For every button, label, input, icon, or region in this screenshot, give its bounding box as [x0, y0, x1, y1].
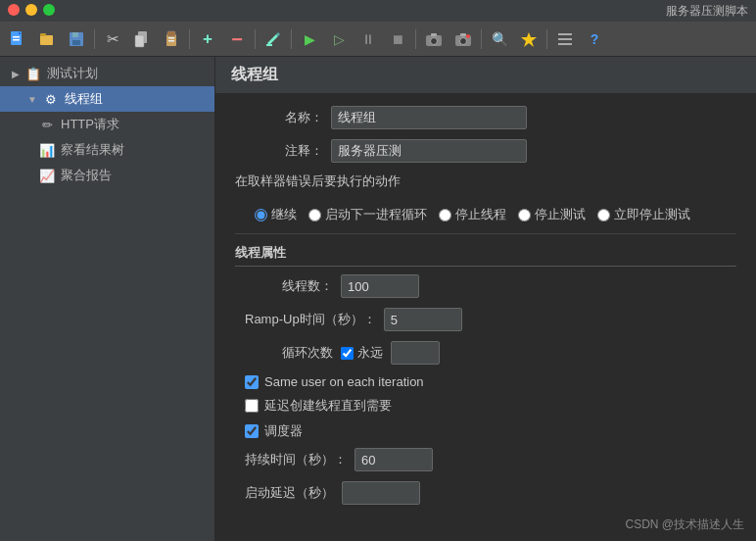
- same-user-row[interactable]: Same user on each iteration: [235, 374, 736, 389]
- search-button[interactable]: 🔍: [486, 25, 513, 53]
- sidebar-item-view-results[interactable]: 📊 察看结果树: [0, 137, 214, 163]
- duration-label: 持续时间（秒）：: [245, 451, 347, 468]
- error-action-label: 在取样器错误后要执行的动作: [235, 172, 736, 190]
- same-user-checkbox[interactable]: [245, 375, 259, 389]
- error-action-group: 继续 启动下一进程循环 停止线程 停止测试 立即停止测试: [235, 200, 736, 234]
- maximize-button[interactable]: [43, 4, 55, 16]
- svg-rect-5: [40, 33, 46, 36]
- scheduler-checkbox[interactable]: [245, 424, 259, 438]
- startup-delay-input[interactable]: [342, 481, 420, 505]
- toolbar-separator-2: [189, 29, 190, 49]
- svg-rect-15: [266, 44, 272, 46]
- sidebar-item-label: 聚合报告: [61, 167, 112, 184]
- comment-row: 注释：: [235, 139, 736, 163]
- duration-input[interactable]: [354, 448, 433, 471]
- name-label: 名称：: [235, 109, 323, 126]
- radio-start-next[interactable]: 启动下一进程循环: [308, 206, 427, 223]
- sidebar-item-aggregate-report[interactable]: 📈 聚合报告: [0, 163, 214, 188]
- list-button[interactable]: [551, 25, 579, 53]
- svg-rect-10: [135, 35, 144, 47]
- pause-button[interactable]: ⏸: [354, 25, 382, 53]
- delay-thread-row[interactable]: 延迟创建线程直到需要: [235, 397, 736, 415]
- main-area: ▶ 📋 测试计划 ▼ ⚙ 线程组 ✏ HTTP请求 📊 察看结果树 📈 聚合报告…: [0, 57, 756, 541]
- svg-rect-24: [558, 33, 572, 35]
- startup-delay-row: 启动延迟（秒）: [235, 481, 736, 505]
- delay-thread-checkbox[interactable]: [245, 399, 259, 413]
- svg-rect-8: [72, 40, 80, 45]
- content-area: 线程组 名称： 注释： 在取样器错误后要执行的动作 继续: [215, 57, 756, 541]
- svg-point-20: [460, 37, 467, 44]
- svg-rect-12: [167, 31, 175, 36]
- stop-button[interactable]: ⏹: [384, 25, 411, 53]
- same-user-label: Same user on each iteration: [264, 374, 424, 389]
- close-button[interactable]: [8, 4, 20, 16]
- thread-count-input[interactable]: [341, 274, 419, 298]
- remove-button[interactable]: −: [223, 25, 251, 53]
- svg-rect-4: [40, 35, 53, 45]
- aggregate-report-icon: 📈: [39, 168, 55, 183]
- loop-count-label: 循环次数: [245, 344, 333, 362]
- highlight-button[interactable]: [515, 25, 543, 53]
- run-button[interactable]: ▶: [296, 25, 323, 53]
- name-input[interactable]: [331, 106, 527, 129]
- help-button[interactable]: ?: [581, 25, 608, 53]
- comment-input[interactable]: [331, 139, 527, 163]
- minimize-button[interactable]: [25, 4, 37, 16]
- svg-rect-3: [13, 39, 20, 41]
- ramp-up-input[interactable]: [384, 308, 462, 331]
- sidebar-item-thread-group[interactable]: ▼ ⚙ 线程组: [0, 86, 214, 112]
- thread-props-title: 线程属性: [235, 244, 736, 267]
- radio-stop-test-now[interactable]: 立即停止测试: [597, 206, 690, 223]
- expand-icon: ▼: [27, 94, 37, 105]
- add-button[interactable]: +: [194, 25, 221, 53]
- scheduler-row[interactable]: 调度器: [235, 422, 736, 440]
- open-file-button[interactable]: [33, 25, 61, 53]
- save-file-button[interactable]: [63, 25, 90, 53]
- delay-thread-label: 延迟创建线程直到需要: [264, 397, 392, 415]
- radio-stop-thread-input[interactable]: [439, 209, 451, 221]
- radio-stop-test[interactable]: 停止测试: [518, 206, 586, 223]
- toolbar-separator-4: [291, 29, 292, 49]
- svg-rect-2: [13, 36, 20, 38]
- paste-button[interactable]: [158, 25, 185, 53]
- loop-count-input[interactable]: [391, 341, 440, 365]
- radio-stop-test-now-input[interactable]: [597, 209, 610, 221]
- scheduler-label: 调度器: [264, 422, 303, 440]
- loop-forever-checkbox[interactable]: [341, 347, 354, 360]
- radio-continue-input[interactable]: [255, 209, 267, 221]
- radio-stop-test-input[interactable]: [518, 209, 531, 221]
- loop-count-row: 循环次数 永远: [235, 341, 736, 365]
- loop-forever-checkbox-label[interactable]: 永远: [341, 344, 383, 362]
- new-file-button[interactable]: [4, 25, 31, 53]
- watermark: CSDN @技术描述人生: [625, 516, 744, 533]
- edit-button[interactable]: [260, 25, 287, 53]
- svg-rect-18: [431, 33, 437, 36]
- name-row: 名称：: [235, 106, 736, 129]
- toolbar-separator-6: [481, 29, 482, 49]
- svg-rect-14: [168, 40, 174, 42]
- camera-button[interactable]: [420, 25, 448, 53]
- sidebar-item-test-plan[interactable]: ▶ 📋 测试计划: [0, 61, 214, 86]
- radio-continue[interactable]: 继续: [255, 206, 297, 223]
- toolbar-separator-1: [94, 29, 95, 49]
- expand-icon: ▶: [12, 69, 20, 79]
- sidebar-item-http-request[interactable]: ✏ HTTP请求: [0, 112, 214, 137]
- sidebar-item-label: HTTP请求: [61, 116, 119, 133]
- toolbar-separator-3: [255, 29, 256, 49]
- svg-rect-13: [168, 37, 174, 39]
- test-plan-icon: 📋: [25, 66, 41, 81]
- window-title: 服务器压测脚本: [666, 3, 748, 20]
- title-bar: 服务器压测脚本: [0, 0, 756, 22]
- record-button[interactable]: [449, 25, 477, 53]
- svg-point-17: [431, 37, 438, 44]
- run2-button[interactable]: ▷: [325, 25, 353, 53]
- copy-button[interactable]: [128, 25, 156, 53]
- duration-row: 持续时间（秒）：: [235, 448, 736, 471]
- toolbar-separator-5: [415, 29, 416, 49]
- ramp-up-label: Ramp-Up时间（秒）：: [245, 311, 376, 328]
- radio-stop-thread[interactable]: 停止线程: [439, 206, 506, 223]
- radio-start-next-input[interactable]: [308, 209, 321, 221]
- cut-button[interactable]: ✂: [99, 25, 126, 53]
- toolbar-separator-7: [546, 29, 547, 49]
- sidebar: ▶ 📋 测试计划 ▼ ⚙ 线程组 ✏ HTTP请求 📊 察看结果树 📈 聚合报告: [0, 57, 215, 541]
